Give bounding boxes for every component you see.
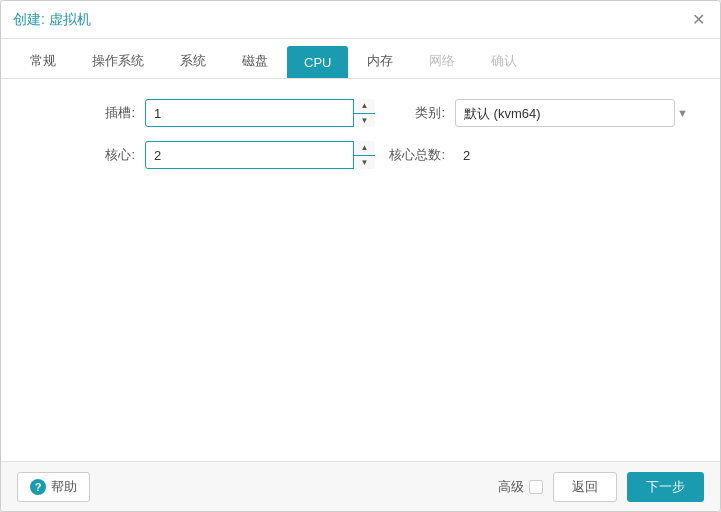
total-core-label: 核心总数: xyxy=(375,146,455,164)
back-button[interactable]: 返回 xyxy=(553,472,617,502)
slot-input-wrap: ▲ ▼ xyxy=(145,99,375,127)
footer-right: 高级 返回 下一步 xyxy=(498,472,704,502)
type-label: 类别: xyxy=(375,104,455,122)
tab-network: 网络 xyxy=(412,43,472,78)
main-content: 插槽: ▲ ▼ 类别: 默认 (kvm64) host x86-64-v2-AE… xyxy=(1,79,720,461)
close-icon: ✕ xyxy=(692,10,705,29)
core-input-wrap: ▲ ▼ xyxy=(145,141,375,169)
tab-system[interactable]: 系统 xyxy=(163,43,223,78)
dialog-title: 创建: 虚拟机 xyxy=(13,11,91,29)
tab-os[interactable]: 操作系统 xyxy=(75,43,161,78)
slot-input[interactable] xyxy=(145,99,365,127)
core-input[interactable] xyxy=(145,141,365,169)
tab-bar: 常规 操作系统 系统 磁盘 CPU 内存 网络 确认 xyxy=(1,39,720,79)
advanced-wrap: 高级 xyxy=(498,478,543,496)
slot-spinner: ▲ ▼ xyxy=(353,99,375,127)
advanced-label: 高级 xyxy=(498,478,524,496)
dialog: 创建: 虚拟机 ✕ 常规 操作系统 系统 磁盘 CPU 内存 网络 确认 插槽:… xyxy=(0,0,721,512)
slot-label: 插槽: xyxy=(25,104,145,122)
type-select-wrap: 默认 (kvm64) host x86-64-v2-AES kvm64 kvm3… xyxy=(455,99,696,127)
help-button[interactable]: ? 帮助 xyxy=(17,472,90,502)
core-down-button[interactable]: ▼ xyxy=(354,156,375,170)
core-label: 核心: xyxy=(25,146,145,164)
total-core-value: 2 xyxy=(455,148,696,163)
tab-confirm: 确认 xyxy=(474,43,534,78)
close-button[interactable]: ✕ xyxy=(688,10,708,30)
tab-disk[interactable]: 磁盘 xyxy=(225,43,285,78)
slot-down-button[interactable]: ▼ xyxy=(354,114,375,128)
footer: ? 帮助 高级 返回 下一步 xyxy=(1,461,720,511)
tab-general[interactable]: 常规 xyxy=(13,43,73,78)
help-icon: ? xyxy=(30,479,46,495)
core-spinner: ▲ ▼ xyxy=(353,141,375,169)
type-select[interactable]: 默认 (kvm64) host x86-64-v2-AES kvm64 kvm3… xyxy=(455,99,675,127)
tab-cpu[interactable]: CPU xyxy=(287,46,348,78)
advanced-checkbox[interactable] xyxy=(529,480,543,494)
core-up-button[interactable]: ▲ xyxy=(354,141,375,156)
cpu-form: 插槽: ▲ ▼ 类别: 默认 (kvm64) host x86-64-v2-AE… xyxy=(25,99,696,169)
tab-memory[interactable]: 内存 xyxy=(350,43,410,78)
next-button[interactable]: 下一步 xyxy=(627,472,704,502)
title-bar: 创建: 虚拟机 ✕ xyxy=(1,1,720,39)
help-label: 帮助 xyxy=(51,478,77,496)
select-arrow-icon: ▼ xyxy=(677,107,688,119)
slot-up-button[interactable]: ▲ xyxy=(354,99,375,114)
